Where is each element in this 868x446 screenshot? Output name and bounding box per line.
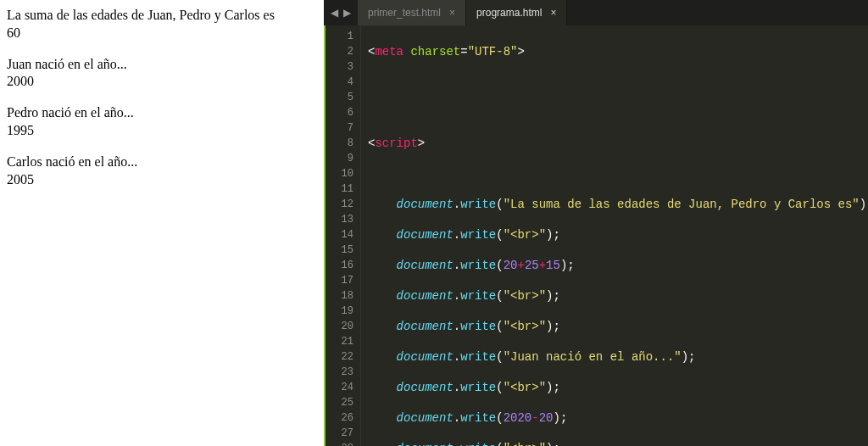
- line-number: 1: [326, 29, 353, 44]
- preview-sum: 60: [7, 25, 317, 42]
- line-number: 3: [326, 59, 353, 75]
- line-number: 12: [326, 197, 353, 212]
- code-editor[interactable]: 1234567891011121314151617181920212223242…: [324, 25, 868, 446]
- line-number: 17: [326, 273, 353, 288]
- line-number: 2: [326, 44, 353, 59]
- browser-preview-pane: La suma de las edades de Juan, Pedro y C…: [0, 0, 324, 446]
- line-number: 18: [326, 288, 353, 304]
- close-icon[interactable]: ×: [550, 7, 556, 19]
- line-gutter: 1234567891011121314151617181920212223242…: [326, 25, 361, 446]
- line-number: 22: [326, 349, 353, 365]
- line-number: 9: [326, 151, 353, 166]
- code-content[interactable]: <meta charset="UTF-8"> <script> document…: [361, 25, 868, 446]
- line-number: 8: [326, 136, 353, 151]
- tab-nav: ◀ ▶: [324, 0, 358, 25]
- line-number: 19: [326, 304, 353, 319]
- line-number: 13: [326, 212, 353, 227]
- close-icon[interactable]: ×: [449, 7, 455, 19]
- editor-pane: ◀ ▶ primer_test.html × programa.html × 1…: [324, 0, 868, 446]
- preview-juan-label: Juan nació en el año...: [7, 56, 317, 74]
- tab-label: primer_test.html: [368, 7, 441, 19]
- tab-programa[interactable]: programa.html ×: [466, 0, 567, 25]
- line-number: 7: [326, 120, 353, 136]
- line-number: 25: [326, 395, 353, 410]
- preview-juan-year: 2000: [7, 73, 317, 91]
- line-number: 16: [326, 258, 353, 273]
- nav-prev-icon[interactable]: ◀: [331, 7, 338, 19]
- tab-primer-test[interactable]: primer_test.html ×: [358, 0, 466, 25]
- line-number: 15: [326, 243, 353, 258]
- preview-carlos-year: 2005: [7, 171, 317, 189]
- line-number: 27: [326, 426, 353, 441]
- line-number: 4: [326, 75, 353, 90]
- tab-bar: ◀ ▶ primer_test.html × programa.html ×: [324, 0, 868, 25]
- line-number: 23: [326, 365, 353, 380]
- line-number: 6: [326, 105, 353, 120]
- line-number: 24: [326, 380, 353, 395]
- line-number: 11: [326, 181, 353, 197]
- nav-next-icon[interactable]: ▶: [343, 7, 351, 19]
- line-number: 20: [326, 319, 353, 334]
- line-number: 14: [326, 227, 353, 243]
- tab-label: programa.html: [476, 7, 542, 19]
- line-number: 26: [326, 410, 353, 426]
- preview-carlos-label: Carlos nació en el año...: [7, 153, 317, 171]
- preview-pedro-year: 1995: [7, 122, 317, 140]
- line-number: 28: [326, 441, 353, 446]
- preview-pedro-label: Pedro nació en el año...: [7, 104, 317, 122]
- line-number: 5: [326, 90, 353, 105]
- line-number: 10: [326, 166, 353, 181]
- preview-text: La suma de las edades de Juan, Pedro y C…: [7, 7, 317, 25]
- line-number: 21: [326, 334, 353, 349]
